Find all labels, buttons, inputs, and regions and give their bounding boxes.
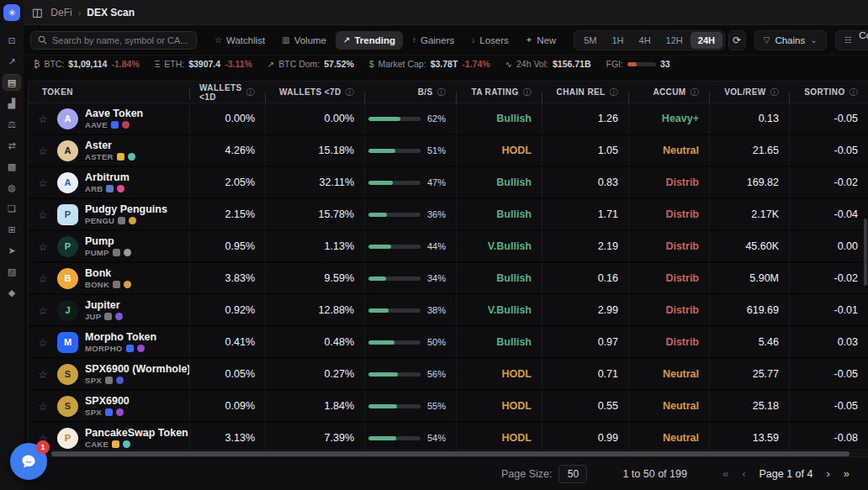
nft-image-icon[interactable]: ▩: [3, 159, 20, 174]
watchlist-star-off-icon[interactable]: ☆: [35, 304, 50, 317]
chain-rel-value: 0.71: [598, 368, 618, 380]
token-logo: S: [57, 364, 78, 385]
watchlist-filter-button[interactable]: ☆Watchlist: [207, 31, 273, 50]
refresh-button[interactable]: ⟳: [728, 30, 746, 50]
column-header-ta[interactable]: TA RATINGⓘ: [456, 87, 542, 98]
chain-rel-cell: 0.55: [542, 391, 628, 421]
trending-icon[interactable]: ↗: [3, 54, 20, 69]
watchlist-star-off-icon[interactable]: ☆: [35, 240, 50, 253]
column-header-vol[interactable]: VOL/REWⓘ: [709, 87, 789, 98]
table-row[interactable]: ☆SSPX6900 (Wormhole)SPX0.05%0.27%56%HODL…: [29, 359, 868, 389]
watchlist-star-off-icon[interactable]: ☆: [35, 177, 50, 189]
wallets-1d-cell: 0.09%: [189, 391, 265, 421]
ticker-item: $Market Cap:$3.78T-1.74%: [369, 59, 490, 69]
watchlist-star-off-icon[interactable]: ☆: [35, 113, 50, 125]
table-row[interactable]: ☆PPudgy PenguinsPENGU2.15%15.78%36%Bulli…: [29, 199, 868, 229]
columns-button[interactable]: ☷ Columns (29): [835, 30, 868, 50]
accum-cell: Distrib: [628, 263, 709, 293]
table-row[interactable]: ☆JJupiterJUP0.92%12.88%38%V.Bullish2.99D…: [29, 295, 868, 325]
screen-icon[interactable]: ⊡: [3, 33, 20, 48]
token-logo: A: [57, 172, 78, 193]
gainers-filter-button[interactable]: ↑Gainers: [405, 31, 462, 50]
timeframe-12h[interactable]: 12H: [659, 32, 691, 49]
sortino-cell: 0.00: [789, 231, 868, 261]
chain-rel-value: 1.05: [598, 145, 618, 156]
wallets-1d-value: 3.13%: [225, 432, 255, 444]
column-header-sortino[interactable]: SORTINOⓘ: [789, 87, 868, 98]
chains-dropdown[interactable]: ▽ Chains ⌄: [754, 30, 827, 50]
watchlist-star-off-icon[interactable]: ☆: [35, 272, 50, 285]
chart-image-icon[interactable]: ▨: [3, 264, 20, 279]
new-filter-button[interactable]: ✦New: [518, 31, 564, 50]
token-symbol: MORPHO: [85, 344, 123, 353]
timeframe-4h[interactable]: 4H: [632, 32, 659, 49]
info-icon[interactable]: ⓘ: [523, 87, 532, 98]
search-box[interactable]: [30, 31, 197, 50]
watchlist-star-off-icon[interactable]: ☆: [35, 400, 50, 413]
shield-icon[interactable]: ◆: [3, 285, 20, 300]
chain-badge-icon: [113, 249, 120, 256]
column-header-token[interactable]: TOKEN: [29, 87, 189, 97]
trending-filter-button[interactable]: ↗Trending: [336, 31, 403, 50]
dex-scan-icon[interactable]: ▤: [3, 75, 20, 90]
refresh-icon: ⟳: [733, 34, 741, 46]
vol-rew-cell: 169.82: [709, 167, 789, 198]
bar-chart-icon[interactable]: ▟: [3, 96, 20, 111]
info-icon[interactable]: ⓘ: [437, 87, 446, 98]
chain-rel-cell: 2.19: [542, 231, 628, 261]
timeframe-1h[interactable]: 1H: [604, 32, 631, 49]
token-logo: P: [57, 204, 78, 225]
table-row[interactable]: ☆MMorpho TokenMORPHO0.41%0.48%50%Bullish…: [29, 327, 868, 357]
last-page-button[interactable]: »: [844, 467, 849, 480]
info-icon[interactable]: ⓘ: [610, 87, 618, 98]
column-header-accum[interactable]: ACCUMⓘ: [628, 87, 709, 98]
wallets-1d-value: 0.41%: [225, 336, 255, 348]
info-icon[interactable]: ⓘ: [849, 87, 858, 98]
table-row[interactable]: ☆AAave TokenAAVE0.00%0.00%62%Bullish1.26…: [29, 103, 868, 134]
table-row[interactable]: ☆PPumpPUMP0.95%1.13%44%V.Bullish2.19Dist…: [29, 231, 868, 261]
column-header-bs[interactable]: B/Sⓘ: [364, 87, 456, 98]
watchlist-star-off-icon[interactable]: ☆: [35, 336, 50, 349]
sidebar-collapse-icon[interactable]: ◫: [32, 6, 42, 18]
table-row[interactable]: ☆BBonkBONK3.83%9.59%34%Bullish0.16Distri…: [29, 263, 868, 293]
timeframe-24h[interactable]: 24H: [691, 32, 722, 49]
prev-page-button[interactable]: ‹: [742, 467, 745, 480]
app-logo[interactable]: ✳: [3, 4, 20, 21]
column-header-chain[interactable]: CHAIN RELⓘ: [542, 87, 628, 98]
watchlist-star-off-icon[interactable]: ☆: [35, 368, 50, 381]
info-icon[interactable]: ⓘ: [346, 87, 354, 98]
globe-icon[interactable]: ◍: [3, 180, 20, 195]
table-row[interactable]: ☆AArbitrumARB2.05%32.11%47%Bullish0.83Di…: [29, 167, 868, 198]
chat-widget-button[interactable]: 1: [10, 443, 47, 480]
table-row[interactable]: ☆PPancakeSwap TokenCAKE3.13%7.39%54%HODL…: [29, 423, 868, 450]
watchlist-star-off-icon[interactable]: ☆: [35, 145, 50, 157]
timeframe-5m[interactable]: 5M: [576, 32, 604, 49]
chain-badge-icon: [124, 281, 131, 288]
column-header-w7d[interactable]: WALLETS <7Dⓘ: [265, 87, 364, 98]
watchlist-star-off-icon[interactable]: ☆: [35, 208, 50, 221]
trending-icon: ↗: [343, 35, 350, 45]
rocket-icon[interactable]: ➤: [3, 243, 20, 258]
table-row[interactable]: ☆AAsterASTER4.26%15.18%51%HODL1.05Neutra…: [29, 135, 868, 166]
vertical-scrollbar-thumb[interactable]: [864, 219, 867, 286]
column-header-w1d[interactable]: WALLETS <1Dⓘ: [189, 83, 265, 102]
info-icon[interactable]: ⓘ: [770, 87, 779, 98]
columns-icon: ☷: [844, 35, 852, 45]
next-page-button[interactable]: ›: [826, 467, 829, 480]
volume-filter-button[interactable]: ▥Volume: [274, 31, 334, 50]
buy-sell-bar: [368, 436, 421, 440]
pagination-footer: Page Size: 1 to 50 of 199 « ‹ Page 1 of …: [24, 456, 868, 490]
breadcrumb-defi[interactable]: DeFi: [50, 7, 71, 18]
grid-icon[interactable]: ⊞: [3, 222, 20, 237]
info-icon[interactable]: ⓘ: [691, 87, 699, 98]
losers-filter-button[interactable]: ↓Losers: [463, 31, 516, 50]
scale-icon[interactable]: ⚖: [3, 117, 20, 132]
table-row[interactable]: ☆SSPX6900SPX0.09%1.84%55%HODL0.55Neutral…: [29, 391, 868, 421]
first-page-button[interactable]: «: [722, 467, 728, 480]
search-input[interactable]: [52, 35, 189, 45]
info-icon[interactable]: ⓘ: [246, 87, 255, 98]
document-icon[interactable]: ❏: [3, 201, 20, 216]
swap-icon[interactable]: ⇄: [3, 138, 20, 153]
token-name: Bonk: [85, 268, 131, 279]
page-size-input[interactable]: [558, 465, 587, 483]
